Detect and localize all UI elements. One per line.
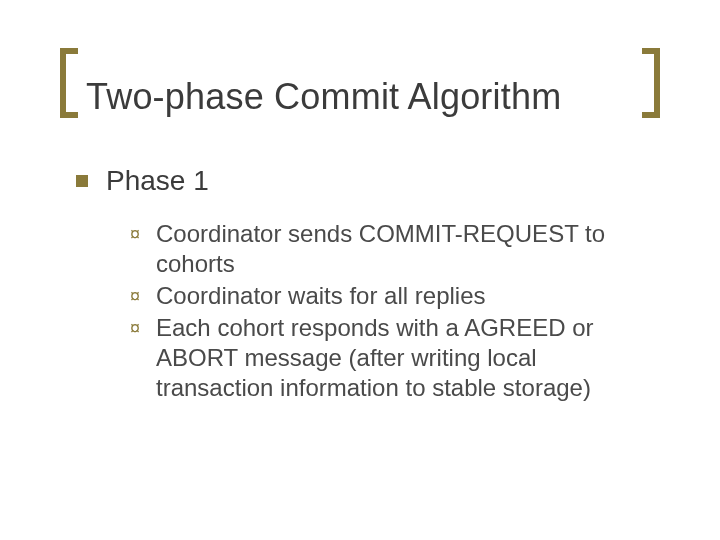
- sublist: ¤ Coordinator sends COMMIT-REQUEST to co…: [130, 219, 660, 403]
- open-square-bullet-icon: ¤: [130, 281, 140, 311]
- list-item: Phase 1: [76, 165, 660, 197]
- list-item: ¤ Coordinator waits for all replies: [130, 281, 660, 311]
- sub-item-text: Coordinator waits for all replies: [156, 281, 485, 311]
- list-item: ¤ Coordinator sends COMMIT-REQUEST to co…: [130, 219, 660, 279]
- slide-body: Phase 1 ¤ Coordinator sends COMMIT-REQUE…: [76, 165, 660, 405]
- title-wrap: Two-phase Commit Algorithm: [60, 48, 660, 118]
- bracket-left-icon: [60, 48, 78, 118]
- bracket-right-icon: [642, 48, 660, 118]
- square-bullet-icon: [76, 175, 88, 187]
- sub-item-text: Coordinator sends COMMIT-REQUEST to coho…: [156, 219, 660, 279]
- phase-heading: Phase 1: [106, 165, 209, 197]
- sub-item-text: Each cohort responds with a AGREED or AB…: [156, 313, 660, 403]
- list-item: ¤ Each cohort responds with a AGREED or …: [130, 313, 660, 403]
- slide-title: Two-phase Commit Algorithm: [86, 78, 634, 116]
- open-square-bullet-icon: ¤: [130, 313, 140, 343]
- slide: Two-phase Commit Algorithm Phase 1 ¤ Coo…: [0, 0, 720, 540]
- open-square-bullet-icon: ¤: [130, 219, 140, 249]
